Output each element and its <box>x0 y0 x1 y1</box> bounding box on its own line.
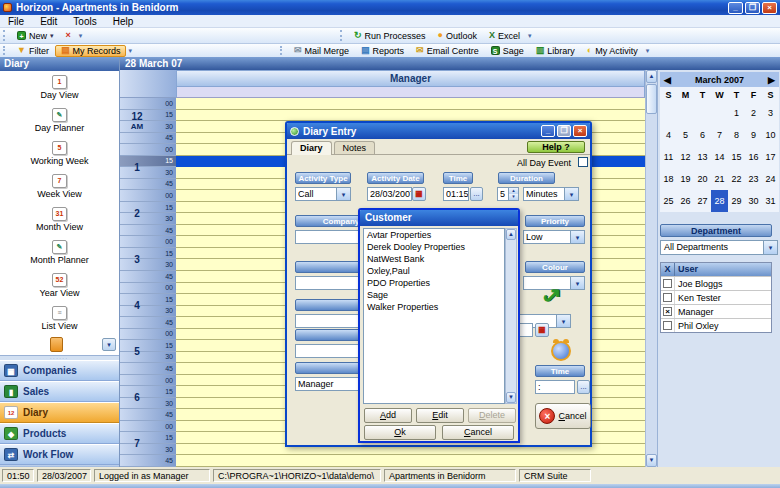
sidebar-overflow-button[interactable]: ▾ <box>102 338 116 351</box>
sidebar-view-day-view[interactable]: 1Day View <box>0 71 119 104</box>
sidebar-item-products[interactable]: ◆Products <box>0 423 119 444</box>
toolbar-button-my-records[interactable]: ▤My Records <box>55 45 127 57</box>
toolbar-grip[interactable] <box>3 30 8 41</box>
toolbar-overflow-icon[interactable]: ▾ <box>644 47 652 55</box>
department-select[interactable]: All Departments ▾ <box>660 240 778 255</box>
calendar-day-29[interactable]: 29 <box>728 190 745 212</box>
calendar-next-icon[interactable]: ▶ <box>768 75 775 85</box>
calendar-prev-icon[interactable]: ◀ <box>664 75 671 85</box>
toolbar-button-delete-record[interactable]: × <box>60 30 77 42</box>
toolbar-button-library[interactable]: ▥Library <box>530 45 581 57</box>
toolbar-button-reports[interactable]: ▤Reports <box>355 45 410 57</box>
menu-item-edit[interactable]: Edit <box>32 16 65 27</box>
sidebar-view-month-planner[interactable]: ✎Month Planner <box>0 236 119 269</box>
clipboard-icon[interactable] <box>50 337 63 352</box>
time-slot[interactable] <box>176 455 645 467</box>
calendar-day-17[interactable]: 17 <box>762 146 779 168</box>
diary-scrollbar[interactable]: ▲ ▼ <box>645 70 657 467</box>
sidebar-view-day-planner[interactable]: ✎Day Planner <box>0 104 119 137</box>
toolbar-grip[interactable] <box>340 30 345 41</box>
customer-item-oxley-paul[interactable]: Oxley,Paul <box>364 265 504 277</box>
sidebar-item-diary[interactable]: 12Diary <box>0 402 119 423</box>
priority-select[interactable]: Low ▾ <box>523 230 585 244</box>
toolbar-button-new[interactable]: +New▾ <box>11 30 60 42</box>
calendar-day-26[interactable]: 26 <box>677 190 694 212</box>
column-header-manager[interactable]: Manager <box>176 70 645 87</box>
sidebar-view-month-view[interactable]: 31Month View <box>0 203 119 236</box>
menu-item-file[interactable]: File <box>0 16 32 27</box>
calendar-day-14[interactable]: 14 <box>711 146 728 168</box>
user-checkbox[interactable] <box>663 279 672 288</box>
calendar-day-23[interactable]: 23 <box>745 168 762 190</box>
calendar-day-6[interactable]: 6 <box>694 124 711 146</box>
reminder-time-input[interactable]: : <box>535 380 575 394</box>
user-row-manager[interactable]: ×Manager <box>661 304 771 318</box>
reminder-time-picker-button[interactable]: ... <box>577 380 590 394</box>
reminder-date-picker-icon[interactable]: ▦ <box>535 323 549 337</box>
toolbar-button-excel[interactable]: XExcel <box>483 30 526 42</box>
user-row-ken-tester[interactable]: Ken Tester <box>661 290 771 304</box>
toolbar-button-email-centre[interactable]: ✉Email Centre <box>410 45 485 57</box>
time-slot[interactable] <box>176 110 645 122</box>
user-checkbox[interactable]: × <box>663 307 672 316</box>
duration-unit-select[interactable]: Minutes ▾ <box>523 187 579 201</box>
dialog-close-button[interactable]: × <box>573 125 587 137</box>
time-input[interactable]: 01:15 <box>443 187 469 201</box>
popup-cancel-button[interactable]: Cancel <box>442 425 514 440</box>
user-row-phil-oxley[interactable]: Phil Oxley <box>661 318 771 332</box>
calendar-day-21[interactable]: 21 <box>711 168 728 190</box>
calendar-day-9[interactable]: 9 <box>745 124 762 146</box>
calendar-day-16[interactable]: 16 <box>745 146 762 168</box>
dropdown-arrow-icon[interactable]: ▾ <box>556 315 570 327</box>
duration-spinner[interactable]: 5 ▴▾ <box>497 187 519 201</box>
sidebar-item-work-flow[interactable]: ⇄Work Flow <box>0 444 119 465</box>
calendar-day-20[interactable]: 20 <box>694 168 711 190</box>
toolbar-button-filter[interactable]: ▼Filter <box>11 45 55 57</box>
calendar-day-11[interactable]: 11 <box>660 146 677 168</box>
menu-item-help[interactable]: Help <box>105 16 142 27</box>
calendar-day-22[interactable]: 22 <box>728 168 745 190</box>
time-slot[interactable] <box>176 98 645 110</box>
customer-item-avtar-properties[interactable]: Avtar Properties <box>364 229 504 241</box>
all-day-row[interactable] <box>176 87 645 98</box>
sidebar-view-week-view[interactable]: 7Week View <box>0 170 119 203</box>
dialog-minimize-button[interactable]: _ <box>541 125 555 137</box>
calendar-day-12[interactable]: 12 <box>677 146 694 168</box>
calendar-day-5[interactable]: 5 <box>677 124 694 146</box>
date-picker-icon[interactable]: ▦ <box>412 187 426 201</box>
dropdown-arrow-icon[interactable]: ▾ <box>564 188 578 200</box>
calendar-day-7[interactable]: 7 <box>711 124 728 146</box>
scrollbar-thumb[interactable] <box>646 84 657 114</box>
minimize-button[interactable]: _ <box>728 2 743 14</box>
user-row-joe-bloggs[interactable]: Joe Bloggs <box>661 276 771 290</box>
toolbar-overflow-icon[interactable]: ▾ <box>126 47 134 55</box>
customer-item-natwest-bank[interactable]: NatWest Bank <box>364 253 504 265</box>
customer-item-derek-dooley-properties[interactable]: Derek Dooley Properties <box>364 241 504 253</box>
calendar-day-10[interactable]: 10 <box>762 124 779 146</box>
calendar-day-19[interactable]: 19 <box>677 168 694 190</box>
tab-diary[interactable]: Diary <box>291 141 332 155</box>
dialog-cancel-button[interactable]: × Cancel <box>535 403 591 429</box>
toolbar-overflow-icon[interactable]: ▾ <box>77 32 85 40</box>
restore-button[interactable]: ❐ <box>745 2 760 14</box>
time-picker-button[interactable]: ... <box>470 187 483 201</box>
scroll-down-icon[interactable]: ▼ <box>646 454 657 467</box>
sidebar-item-sales[interactable]: ▮Sales <box>0 381 119 402</box>
calendar-day-13[interactable]: 13 <box>694 146 711 168</box>
popup-ok-button[interactable]: Ok <box>364 425 436 440</box>
calendar-day-24[interactable]: 24 <box>762 168 779 190</box>
calendar-day-27[interactable]: 27 <box>694 190 711 212</box>
customer-scrollbar[interactable]: ▲ ▼ <box>505 228 517 404</box>
calendar-day-25[interactable]: 25 <box>660 190 677 212</box>
dropdown-arrow-icon[interactable]: ▾ <box>570 231 584 243</box>
scroll-up-icon[interactable]: ▲ <box>646 70 657 83</box>
calendar-day-8[interactable]: 8 <box>728 124 745 146</box>
toolbar-button-outlook[interactable]: ●Outlook <box>432 30 483 42</box>
sidebar-view-year-view[interactable]: 52Year View <box>0 269 119 302</box>
toolbar-button-sage[interactable]: SSage <box>485 45 530 57</box>
close-button[interactable]: × <box>762 2 777 14</box>
edit-button[interactable]: Edit <box>416 408 464 423</box>
toolbar-button-mail-merge[interactable]: ✉Mail Merge <box>288 45 355 57</box>
calendar-day-28[interactable]: 28 <box>711 190 728 212</box>
scroll-up-icon[interactable]: ▲ <box>506 229 516 240</box>
